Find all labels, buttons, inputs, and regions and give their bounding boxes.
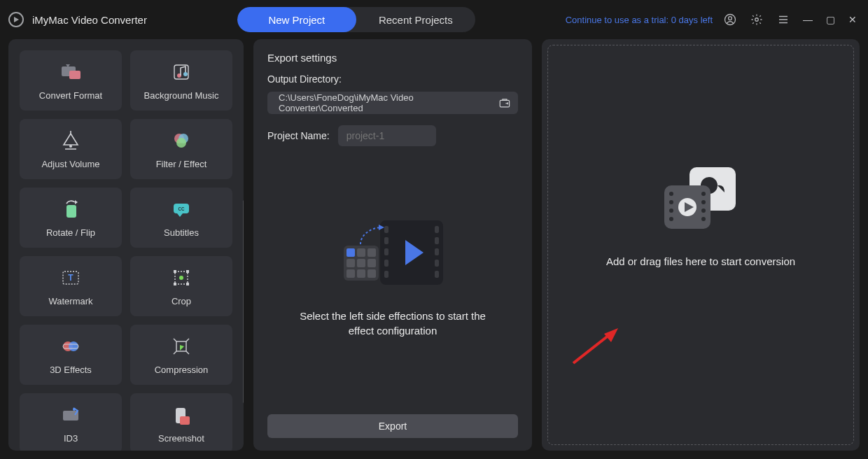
svg-point-36 (701, 192, 706, 196)
svg-point-3 (755, 18, 759, 22)
tool-tile-subtitles[interactable]: Subtitles (130, 188, 232, 248)
tool-tile-id3[interactable]: ID3 (20, 393, 122, 451)
titlebar: iMyMac Video Converter New Project Recen… (0, 0, 868, 39)
effect-config-illustration-icon (337, 216, 449, 293)
svg-rect-20 (346, 248, 355, 257)
tool-tile-background-music[interactable]: Background Music (130, 50, 232, 111)
output-directory-field[interactable]: C:\Users\FoneDog\iMyMac Video Converter\… (267, 92, 518, 114)
svg-rect-18 (435, 271, 439, 278)
svg-rect-28 (368, 269, 376, 278)
svg-point-2 (729, 17, 732, 20)
drop-zone-panel: Add or drag files here to start conversi… (542, 39, 860, 451)
svg-point-39 (701, 217, 706, 221)
svg-point-35 (669, 217, 673, 221)
svg-rect-10 (384, 237, 388, 244)
instruction-text: Select the left side effections to start… (288, 309, 498, 338)
svg-rect-13 (384, 271, 388, 278)
export-settings-title: Export settings (267, 52, 518, 64)
tool-tile-label: Adjust Volume (41, 159, 99, 169)
account-icon[interactable] (721, 10, 739, 29)
output-directory-label: Output Directory: (267, 73, 518, 85)
svg-point-38 (701, 209, 706, 213)
window-minimize-button[interactable]: — (801, 14, 815, 25)
svg-rect-9 (384, 226, 388, 233)
subtitles-icon (170, 198, 192, 220)
annotation-arrow-icon (569, 325, 625, 367)
svg-rect-12 (384, 260, 388, 267)
tool-tile-label: ID3 (64, 433, 78, 444)
volume-icon (59, 129, 82, 152)
sidebar-scrollbar[interactable] (243, 200, 244, 403)
workspace: Convert FormatBackground MusicAdjust Vol… (0, 39, 868, 459)
center-illustration: Select the left side effections to start… (267, 146, 518, 407)
header-center: New Project Recent Projects (237, 7, 475, 32)
compress-icon (170, 335, 192, 358)
svg-rect-16 (435, 248, 439, 255)
tool-tile-three-d[interactable]: 3D Effects (20, 325, 122, 385)
trial-status-link[interactable]: Continue to use as a trial: 0 days left (566, 15, 713, 25)
threed-icon (59, 335, 82, 358)
tool-tile-label: Rotate / Flip (46, 227, 95, 238)
tool-tile-label: Watermark (48, 296, 92, 306)
tool-tile-filter-effect[interactable]: Filter / Effect (130, 119, 232, 179)
svg-rect-25 (368, 259, 376, 267)
recent-projects-tab[interactable]: Recent Projects (356, 7, 475, 32)
music-icon (170, 61, 192, 83)
app-logo-icon (8, 12, 24, 27)
tool-tile-label: Background Music (144, 90, 219, 101)
tool-grid: Convert FormatBackground MusicAdjust Vol… (20, 50, 232, 451)
export-button[interactable]: Export (267, 414, 518, 438)
tool-tile-label: 3D Effects (50, 365, 92, 375)
svg-point-37 (701, 200, 706, 204)
tool-tile-label: Crop (172, 296, 191, 306)
tool-tile-convert-format[interactable]: Convert Format (20, 50, 122, 111)
svg-marker-43 (604, 328, 618, 342)
new-project-tab[interactable]: New Project (237, 7, 356, 32)
screenshot-icon (170, 404, 192, 426)
tool-tile-label: Convert Format (39, 90, 102, 101)
svg-rect-22 (368, 248, 376, 257)
svg-rect-11 (384, 248, 388, 255)
tool-tile-compression[interactable]: Compression (130, 325, 232, 385)
convert-icon (59, 61, 82, 83)
window-close-button[interactable]: ✕ (846, 14, 860, 25)
svg-line-42 (573, 332, 612, 363)
tool-tile-crop[interactable]: Crop (130, 256, 232, 316)
svg-rect-15 (435, 237, 439, 244)
tool-tile-rotate-flip[interactable]: Rotate / Flip (20, 188, 122, 248)
svg-marker-0 (14, 17, 19, 22)
svg-point-33 (669, 200, 673, 204)
settings-icon[interactable] (748, 10, 766, 29)
svg-rect-17 (435, 260, 439, 267)
project-name-label: Project Name: (267, 130, 330, 141)
window-maximize-button[interactable]: ▢ (823, 14, 837, 25)
project-switcher: New Project Recent Projects (237, 7, 475, 32)
svg-point-32 (669, 192, 673, 196)
open-folder-icon[interactable] (498, 97, 511, 109)
tool-tile-label: Filter / Effect (156, 159, 207, 169)
hamburger-menu-icon[interactable] (774, 10, 792, 29)
svg-rect-27 (357, 269, 365, 278)
drop-zone-illustration-icon (659, 164, 743, 234)
tool-tile-adjust-volume[interactable]: Adjust Volume (20, 119, 122, 179)
crop-icon (170, 267, 192, 289)
tool-tile-label: Compression (155, 365, 209, 375)
drop-zone[interactable]: Add or drag files here to start conversi… (547, 45, 854, 445)
svg-rect-24 (357, 259, 365, 267)
tools-sidebar: Convert FormatBackground MusicAdjust Vol… (8, 39, 244, 451)
rotate-icon (59, 198, 82, 220)
svg-point-34 (669, 209, 673, 213)
output-directory-value: C:\Users\FoneDog\iMyMac Video Converter\… (279, 92, 498, 113)
tool-tile-label: Screenshot (158, 433, 204, 444)
drop-zone-text: Add or drag files here to start conversi… (606, 255, 795, 267)
svg-rect-14 (435, 226, 439, 233)
project-name-input[interactable] (338, 125, 436, 146)
tool-tile-watermark[interactable]: Watermark (20, 256, 122, 316)
filter-icon (170, 129, 192, 152)
svg-rect-23 (346, 259, 355, 267)
watermark-icon (59, 267, 82, 289)
tool-tile-screenshot[interactable]: Screenshot (130, 393, 232, 451)
id3-icon (59, 404, 82, 426)
svg-rect-26 (346, 269, 355, 278)
tool-tile-label: Subtitles (164, 227, 199, 238)
